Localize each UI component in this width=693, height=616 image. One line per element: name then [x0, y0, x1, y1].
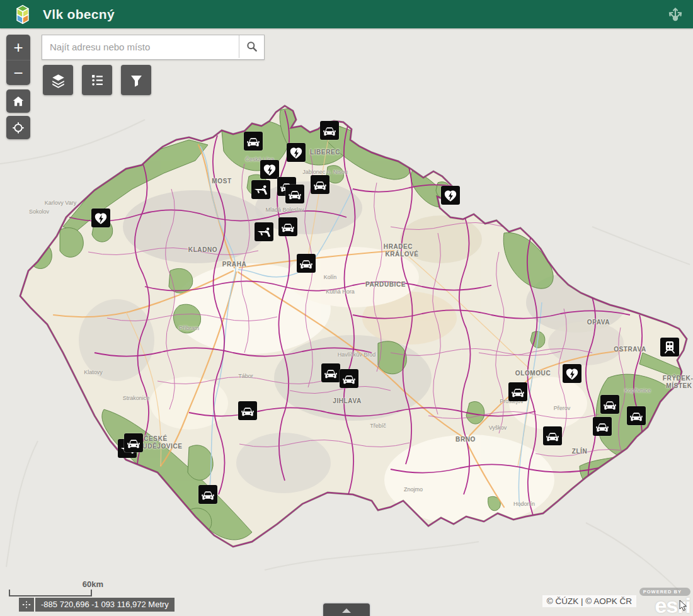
app-cubes-logo-icon — [11, 3, 34, 26]
heart-marker[interactable] — [563, 364, 581, 383]
train-marker[interactable] — [660, 338, 679, 356]
app-header: Vlk obecný — [0, 0, 693, 28]
car-marker[interactable] — [278, 217, 297, 236]
heart-marker[interactable] — [441, 186, 460, 205]
search-input[interactable] — [42, 35, 239, 58]
toolbar — [43, 65, 151, 95]
car-marker[interactable] — [600, 395, 619, 414]
filter-funnel-icon — [128, 72, 145, 89]
crosshair-toggle-icon — [22, 600, 31, 609]
home-icon — [11, 94, 25, 108]
car-marker[interactable] — [244, 132, 263, 151]
chevron-up-icon — [342, 608, 351, 613]
car-marker[interactable] — [198, 485, 217, 504]
car-marker[interactable] — [238, 401, 257, 420]
attribute-table-toggle[interactable] — [322, 602, 371, 616]
layers-button[interactable] — [43, 65, 73, 95]
filter-button[interactable] — [121, 65, 151, 95]
car-marker[interactable] — [311, 175, 329, 194]
car-marker[interactable] — [297, 254, 316, 273]
search-button[interactable] — [239, 35, 264, 58]
car-marker[interactable] — [340, 369, 358, 388]
coordinate-toggle-button[interactable] — [19, 598, 34, 612]
legend-list-icon — [89, 72, 106, 89]
scale-label: 60km — [83, 579, 103, 589]
zoom-out-button[interactable]: − — [6, 60, 30, 85]
car-marker[interactable] — [543, 426, 562, 445]
locate-button[interactable] — [6, 116, 30, 139]
search-box — [42, 35, 265, 60]
car-marker[interactable] — [627, 406, 646, 425]
crosshair-icon — [11, 121, 25, 135]
car-marker[interactable] — [320, 121, 339, 140]
car-marker[interactable] — [593, 417, 612, 436]
page-title: Vlk obecný — [43, 7, 115, 22]
rifle-marker[interactable] — [255, 222, 273, 241]
home-button[interactable] — [6, 89, 30, 113]
car-marker[interactable] — [321, 363, 340, 382]
search-icon — [246, 40, 258, 53]
car-marker[interactable] — [508, 382, 527, 401]
mouse-cursor-icon — [678, 600, 688, 612]
heart-marker[interactable] — [260, 160, 279, 179]
coordinate-widget: -885 720,696 -1 093 116,972 Metry — [19, 598, 175, 612]
heart-marker[interactable] — [91, 208, 110, 227]
basemap-svg — [0, 28, 693, 616]
car-marker[interactable] — [124, 433, 143, 452]
coordinate-readout: -885 720,696 -1 093 116,972 Metry — [35, 598, 175, 612]
car-marker[interactable] — [285, 185, 304, 203]
map-canvas[interactable] — [0, 28, 693, 616]
share-button[interactable] — [665, 4, 685, 25]
rifle-marker[interactable] — [251, 180, 270, 199]
scale-bar-line — [9, 590, 92, 596]
attribution: © ČÚZK | © AOPK ČR — [542, 595, 636, 607]
scale-bar: 60km — [9, 590, 92, 596]
zoom-in-button[interactable]: + — [6, 35, 30, 60]
zoom-control: + − — [6, 35, 30, 85]
heart-marker[interactable] — [287, 143, 306, 162]
legend-button[interactable] — [82, 65, 112, 95]
share-arrows-icon — [665, 4, 685, 25]
layers-icon — [50, 72, 67, 89]
